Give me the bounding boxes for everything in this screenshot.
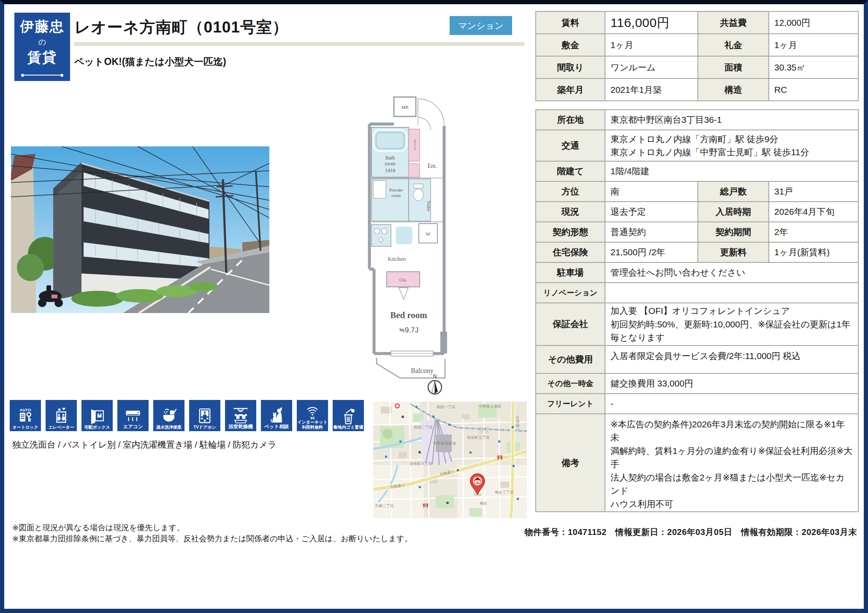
detail-row: 住宅保険21,500円 /2年更新料1ヶ月(新賃料) bbox=[536, 242, 858, 262]
field-label: その他一時金 bbox=[536, 373, 605, 394]
svg-text:N: N bbox=[433, 373, 437, 379]
field-label: 賃料 bbox=[536, 11, 605, 34]
field-label: 住宅保険 bbox=[536, 242, 605, 262]
page-title: レオーネ方南町（0101号室） bbox=[74, 17, 288, 38]
field-label: 共益費 bbox=[698, 11, 769, 34]
detail-row: 階建て1階/4階建 bbox=[536, 161, 858, 181]
title-separator bbox=[74, 42, 524, 46]
feature-icons-row: AUTOオートロックエレベーター宅配ボックスエアコン温水洗浄便座TVドアホン浴室… bbox=[10, 400, 364, 431]
field-value: 12,000円 bbox=[769, 11, 858, 34]
detail-row: 所在地東京都中野区南台3丁目36-1 bbox=[536, 110, 858, 130]
detail-row: その他費用入居者限定会員サービス会費/2年:11,000円 税込 bbox=[536, 346, 858, 373]
summary-table: 賃料116,000円共益費12,000円敷金1ヶ月礼金1ヶ月間取りワンルーム面積… bbox=[535, 11, 859, 101]
field-label: 礼金 bbox=[698, 34, 769, 56]
field-value: 1ヶ月(新賃料) bbox=[769, 242, 858, 262]
field-label: 敷金 bbox=[536, 34, 605, 56]
svg-text:Clo.: Clo. bbox=[399, 278, 407, 282]
summary-row: 敷金1ヶ月礼金1ヶ月 bbox=[536, 34, 858, 56]
svg-text:Kitchen: Kitchen bbox=[388, 256, 406, 262]
garbage-icon bbox=[339, 407, 357, 425]
summary-row: 築年月2021年1月築構造RC bbox=[536, 78, 858, 101]
svg-text:Bath: Bath bbox=[385, 155, 395, 161]
feature-label: インターネット bbox=[297, 420, 327, 425]
detail-table: 所在地東京都中野区南台3丁目36-1交通東京メトロ丸ノ内線「方南町」駅 徒歩9分… bbox=[535, 109, 859, 512]
svg-text:弥生町六丁目: 弥生町六丁目 bbox=[410, 462, 432, 466]
svg-text:Shoes Clo.: Shoes Clo. bbox=[414, 139, 417, 151]
field-label: リノベーション bbox=[536, 283, 605, 303]
feature-label: 浴室乾燥機 bbox=[228, 424, 253, 429]
field-value: 2年 bbox=[769, 222, 858, 242]
field-value: 管理会社へお問い合わせください bbox=[605, 262, 858, 283]
field-label: 所在地 bbox=[536, 110, 605, 130]
feature-label: エレベーター bbox=[49, 425, 74, 430]
detail-row: 契約形態普通契約契約期間2年 bbox=[536, 222, 858, 242]
field-value: 入居者限定会員サービス会費/2年:11,000円 税込 bbox=[605, 346, 858, 373]
garbage-feature: 敷地内ゴミ置場 bbox=[333, 400, 364, 431]
feature-label: ペット相談 bbox=[264, 424, 289, 429]
elevator-feature: エレベーター bbox=[46, 400, 77, 431]
feature-label: TVドアホン bbox=[193, 425, 216, 430]
svg-text:W: W bbox=[426, 231, 431, 237]
svg-text:AUTO: AUTO bbox=[19, 407, 31, 412]
field-label: 契約期間 bbox=[698, 222, 769, 242]
feature-label: 温水洗浄便座 bbox=[156, 425, 182, 430]
detail-row: 方位南総戸数31戸 bbox=[536, 181, 858, 202]
field-value: 東京都中野区南台3丁目36-1 bbox=[605, 110, 858, 130]
field-value: 2026年4月下旬 bbox=[769, 202, 858, 222]
field-label: 備考 bbox=[536, 414, 605, 512]
field-value: 東京メトロ丸ノ内線「方南町」駅 徒歩9分東京メトロ丸ノ内線「中野富士見町」駅 徒… bbox=[605, 130, 858, 161]
feature-label: 宅配ボックス bbox=[84, 425, 110, 430]
svg-text:和田二丁目: 和田二丁目 bbox=[414, 425, 433, 429]
svg-text:≒9.7J: ≒9.7J bbox=[399, 326, 418, 334]
field-value: 鍵交換費用 33,000円 bbox=[605, 373, 858, 394]
svg-text:1418: 1418 bbox=[385, 167, 395, 173]
map-image: 和田一丁目 中野富士見町 和田二丁目 弥生町五丁目 中野車両基地 弥生町六丁目 … bbox=[373, 402, 527, 518]
field-value: 116,000円 bbox=[605, 11, 698, 34]
pet-feature: ペット相談 bbox=[261, 400, 292, 431]
field-value: ※本広告の契約条件)2026年3月末迄の契約開始に限る※1年未満解約時、賃料1ヶ… bbox=[605, 414, 858, 512]
field-label: 総戸数 bbox=[698, 181, 769, 202]
bathroom-dryer-icon bbox=[232, 406, 250, 424]
svg-text:中野通り: 中野通り bbox=[515, 416, 520, 432]
detail-row: 駐車場管理会社へお問い合わせください bbox=[536, 262, 858, 283]
internet-free-icon: ¥0 bbox=[305, 405, 320, 420]
field-label: 現況 bbox=[536, 202, 605, 222]
field-value: 南 bbox=[605, 181, 698, 202]
svg-text:南台三丁目: 南台三丁目 bbox=[495, 490, 514, 494]
aircon-icon bbox=[124, 406, 142, 424]
property-type-badge: マンション bbox=[450, 16, 512, 35]
pet-note: ペットOK!(猫または小型犬一匹迄) bbox=[74, 55, 226, 68]
summary-row: 賃料116,000円共益費12,000円 bbox=[536, 11, 858, 34]
feature-label: エアコン bbox=[123, 424, 143, 429]
detail-row: 備考※本広告の契約条件)2026年3月末迄の契約開始に限る※1年未満解約時、賃料… bbox=[536, 414, 858, 512]
field-label: 更新料 bbox=[698, 242, 769, 262]
delivery-box-feature: 宅配ボックス bbox=[81, 400, 113, 431]
svg-text:Bed room: Bed room bbox=[390, 310, 427, 320]
detail-row: その他一時金鍵交換費用 33,000円 bbox=[536, 373, 858, 394]
autolock-icon: AUTO bbox=[16, 407, 34, 425]
field-value: 退去予定 bbox=[605, 202, 698, 222]
field-value: RC bbox=[769, 78, 858, 101]
field-label: 階建て bbox=[536, 161, 605, 181]
bathroom-dryer-feature: 浴室乾燥機 bbox=[225, 400, 256, 431]
floor-plan-drawing: MB Bath room 1418 Shoes Clo. Ent. Powder… bbox=[355, 95, 456, 399]
compass-icon: N bbox=[428, 373, 442, 394]
svg-text:Ent.: Ent. bbox=[428, 163, 437, 169]
building-photo bbox=[11, 146, 269, 313]
washlet-feature: 温水洗浄便座 bbox=[153, 400, 184, 431]
field-value: 普通契約 bbox=[605, 222, 698, 242]
detail-row: リノベーション bbox=[536, 283, 858, 303]
svg-text:Balcony: Balcony bbox=[411, 367, 433, 375]
field-label: 方位 bbox=[536, 181, 605, 202]
feature-label: オートロック bbox=[12, 425, 38, 430]
field-value: 1階/4階建 bbox=[605, 161, 858, 181]
svg-text:Toilet: Toilet bbox=[426, 200, 431, 211]
field-label: 駐車場 bbox=[536, 262, 605, 283]
detail-row: 交通東京メトロ丸ノ内線「方南町」駅 徒歩9分東京メトロ丸ノ内線「中野富士見町」駅… bbox=[536, 130, 858, 161]
field-value: 31戸 bbox=[769, 181, 858, 202]
field-label: フリーレント bbox=[536, 394, 605, 414]
brand-logo: 伊藤忠 の 賃貸 bbox=[14, 13, 70, 81]
svg-text:room: room bbox=[385, 161, 396, 167]
field-label: 交通 bbox=[536, 130, 605, 161]
field-label: 保証会社 bbox=[536, 303, 605, 346]
